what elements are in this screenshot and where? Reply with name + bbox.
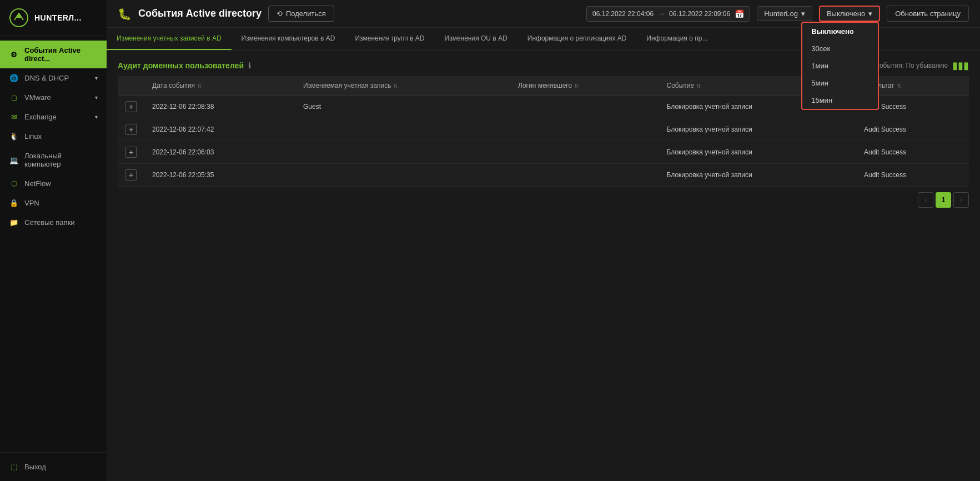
date-cell: 2022-12-06 22:08:38 xyxy=(144,96,295,118)
prev-page-button[interactable]: ‹ xyxy=(918,192,933,208)
logout-label: Выход xyxy=(24,463,46,471)
source-label: HunterLog xyxy=(764,9,798,18)
sidebar-item-label: Linux xyxy=(24,132,42,141)
sidebar-item-dns-dhcp[interactable]: 🌐 DNS & DHCP ▾ xyxy=(0,68,107,88)
event-cell: Блокировка учетной записи xyxy=(659,141,856,164)
tab-account-changes[interactable]: Изменения учетных записей в AD xyxy=(107,28,232,50)
logout-button[interactable]: ⬚ Выход xyxy=(9,459,98,474)
pagination: ‹ 1 › xyxy=(118,187,969,213)
logo-icon xyxy=(9,8,29,28)
main-content: 🐛 События Active directory ⟲ Поделиться … xyxy=(107,0,980,481)
expand-row-button[interactable]: + xyxy=(125,169,137,181)
login-cell xyxy=(510,96,659,118)
sort-arrows-icon: ⇅ xyxy=(197,83,202,89)
sidebar-item-vmware[interactable]: ◻ VMware ▾ xyxy=(0,88,107,107)
tab-group-changes[interactable]: Изменения групп в AD xyxy=(345,28,434,50)
table-row: + 2022-12-06 22:06:03 Блокировка учетной… xyxy=(118,141,969,164)
page-title: События Active directory xyxy=(138,8,262,19)
logo-text: HUNTERЛ... xyxy=(34,13,82,22)
refresh-dropdown[interactable]: Выключено ▾ Выключено 30сек 1мин 5мин 15… xyxy=(819,6,880,22)
date-cell: 2022-12-06 22:06:03 xyxy=(144,141,295,164)
result-cell: Audit Success xyxy=(856,118,969,141)
tab-other-info[interactable]: Информация о пр... xyxy=(636,28,717,50)
refresh-option-off[interactable]: Выключено xyxy=(802,23,878,40)
chevron-down-icon: ▾ xyxy=(95,75,98,81)
sidebar-item-label: NetFlow xyxy=(24,179,51,188)
expand-row-button[interactable]: + xyxy=(125,147,137,158)
refresh-page-button[interactable]: Обновить страницу xyxy=(887,6,969,22)
event-cell: Блокировка учетной записи xyxy=(659,164,856,187)
vpn-icon: 🔒 xyxy=(9,199,19,207)
column-date[interactable]: Дата события ⇅ xyxy=(144,76,295,96)
chevron-down-icon: ▾ xyxy=(95,94,98,101)
sidebar-item-label: VPN xyxy=(24,199,39,207)
table-row: + 2022-12-06 22:07:42 Блокировка учетной… xyxy=(118,118,969,141)
sidebar-item-active-directory[interactable]: ⚙ События Active direct... xyxy=(0,41,107,68)
event-cell: Блокировка учетной записи xyxy=(659,118,856,141)
datetime-arrow: → xyxy=(658,10,665,18)
refresh-option-1m[interactable]: 1мин xyxy=(802,57,878,74)
account-cell: Guest xyxy=(295,96,510,118)
expand-row-button[interactable]: + xyxy=(125,101,137,112)
expand-row-button[interactable]: + xyxy=(125,124,137,135)
sidebar-item-netflow[interactable]: ⬡ NetFlow xyxy=(0,174,107,193)
sidebar-footer: ⬚ Выход xyxy=(0,452,107,481)
sidebar-item-label: События Active direct... xyxy=(24,46,98,63)
login-cell xyxy=(510,141,659,164)
sidebar-item-linux[interactable]: 🐧 Linux xyxy=(0,127,107,146)
date-cell: 2022-12-06 22:05:35 xyxy=(144,164,295,187)
source-chevron-icon: ▾ xyxy=(801,9,805,18)
account-cell xyxy=(295,118,510,141)
column-login[interactable]: Логин менявшего ⇅ xyxy=(510,76,659,96)
section-title: Аудит доменных пользователей xyxy=(118,61,244,70)
refresh-options-menu: Выключено 30сек 1мин 5мин 15мин xyxy=(801,22,879,110)
refresh-chevron-icon: ▾ xyxy=(868,9,872,18)
table-area: Аудит доменных пользователей ℹ Дата собы… xyxy=(107,51,980,481)
result-cell: Audit Success xyxy=(856,164,969,187)
refresh-option-15m[interactable]: 15мин xyxy=(802,92,878,109)
sidebar-item-vpn[interactable]: 🔒 VPN xyxy=(0,193,107,213)
linux-icon: 🐧 xyxy=(9,132,19,141)
login-cell xyxy=(510,118,659,141)
tab-ou-changes[interactable]: Изменения OU в AD xyxy=(435,28,517,50)
page-1-button[interactable]: 1 xyxy=(936,192,951,208)
local-computer-icon: 💻 xyxy=(9,156,19,164)
netflow-icon: ⬡ xyxy=(9,179,19,188)
expand-cell: + xyxy=(118,96,144,118)
expand-cell: + xyxy=(118,164,144,187)
datetime-end: 06.12.2022 22:09:06 xyxy=(669,10,730,18)
sidebar-item-local-computer[interactable]: 💻 Локальный компьютер xyxy=(0,146,107,174)
sidebar-item-exchange[interactable]: ✉ Exchange ▾ xyxy=(0,107,107,127)
tab-replication-info[interactable]: Информация о репликациях AD xyxy=(517,28,637,50)
logout-icon: ⬚ xyxy=(9,463,19,471)
column-account[interactable]: Изменяемая учетная запись ⇅ xyxy=(295,76,510,96)
sidebar: HUNTERЛ... ⚙ События Active direct... 🌐 … xyxy=(0,0,107,481)
table-row: + 2022-12-06 22:05:35 Блокировка учетной… xyxy=(118,164,969,187)
active-directory-icon: ⚙ xyxy=(9,51,19,59)
tab-computer-changes[interactable]: Изменения компьютеров в AD xyxy=(232,28,345,50)
result-cell: Audit Success xyxy=(856,141,969,164)
column-expand xyxy=(118,76,144,96)
dns-dhcp-icon: 🌐 xyxy=(9,74,19,82)
refresh-option-5m[interactable]: 5мин xyxy=(802,74,878,92)
sort-arrows-icon: ⇅ xyxy=(897,83,901,89)
datetime-range[interactable]: 06.12.2022 22:04:06 → 06.12.2022 22:09:0… xyxy=(586,6,750,22)
sidebar-nav: ⚙ События Active direct... 🌐 DNS & DHCP … xyxy=(0,36,107,452)
sidebar-item-label: Сетевые папки xyxy=(24,218,75,227)
expand-cell: + xyxy=(118,118,144,141)
next-page-button[interactable]: › xyxy=(953,192,969,208)
login-cell xyxy=(510,164,659,187)
sidebar-item-network-folders[interactable]: 📁 Сетевые папки xyxy=(0,213,107,232)
source-selector[interactable]: HunterLog ▾ xyxy=(757,6,812,21)
sort-arrows-icon: ⇅ xyxy=(393,83,398,89)
sort-arrows-icon: ⇅ xyxy=(696,83,701,89)
account-cell xyxy=(295,141,510,164)
refresh-option-30s[interactable]: 30сек xyxy=(802,40,878,57)
logo: HUNTERЛ... xyxy=(0,0,107,36)
share-button[interactable]: ⟲ Поделиться xyxy=(268,6,334,22)
chevron-down-icon: ▾ xyxy=(95,114,98,120)
exchange-icon: ✉ xyxy=(9,113,19,121)
info-icon[interactable]: ℹ xyxy=(248,61,251,70)
sidebar-item-label: VMware xyxy=(24,93,51,102)
sidebar-item-label: Локальный компьютер xyxy=(24,152,98,168)
